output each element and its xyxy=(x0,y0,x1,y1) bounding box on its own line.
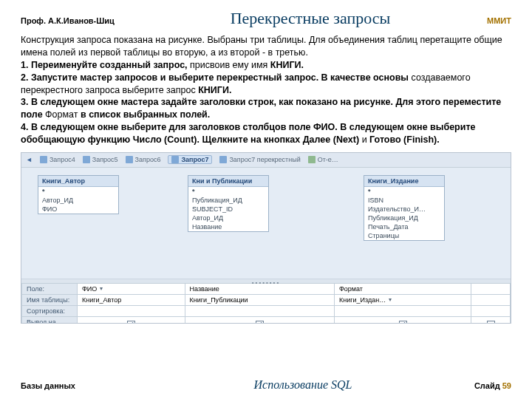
grid-row-table: Имя таблицы: xyxy=(22,294,78,305)
footer-center: Использование SQL xyxy=(154,378,452,392)
tab-query7-cross[interactable]: Запрос7 перекрестный xyxy=(219,156,300,163)
query-icon xyxy=(40,156,47,163)
grid-cell[interactable]: Книги_Автор xyxy=(78,294,185,305)
grid-cell[interactable]: Книги_Публикации xyxy=(185,294,334,305)
tab-report[interactable]: От-е… xyxy=(308,156,338,163)
query-icon xyxy=(126,156,133,163)
query-icon xyxy=(171,156,179,163)
table-title: Книги_Автор xyxy=(38,176,118,187)
tab-query4[interactable]: Запрос4 xyxy=(40,156,75,163)
tab-query7[interactable]: Запрос7 xyxy=(168,155,212,164)
grid-cell[interactable]: Книги_Издан…▾ xyxy=(335,294,471,305)
query-design-canvas[interactable]: Книги_Автор * Автор_ИД ФИО Кни и Публика… xyxy=(21,168,511,279)
grid-cell[interactable]: Формат xyxy=(335,283,471,294)
tab-query6[interactable]: Запрос6 xyxy=(126,156,161,163)
report-icon xyxy=(308,156,316,163)
checkbox-show[interactable] xyxy=(399,321,407,324)
scroll-left-icon[interactable]: ◄ xyxy=(26,156,33,163)
footer-left: Базы данных xyxy=(21,381,154,390)
grid-row-field: Поле: xyxy=(22,283,78,294)
grid-cell[interactable] xyxy=(335,305,471,316)
table-books-pub[interactable]: Кни и Публикации * Публикация_ИД SUBJECT… xyxy=(188,175,269,232)
instructions: Конструкция запроса показана на рисунке.… xyxy=(21,34,511,146)
chevron-down-icon[interactable]: ▾ xyxy=(100,285,103,292)
screenshot-embed: ◄ Запрос4 Запрос5 Запрос6 Запрос7 Запрос… xyxy=(21,152,511,324)
table-books-author[interactable]: Книги_Автор * Автор_ИД ФИО xyxy=(38,175,119,214)
page-title: Перекрестные запросы xyxy=(154,9,467,28)
grid-cell[interactable] xyxy=(78,316,185,324)
table-books-edition[interactable]: Книги_Издание * ISBN Издательство_И… Пуб… xyxy=(364,175,445,241)
grid-cell[interactable]: ФИО▾ xyxy=(78,283,185,294)
grid-row-show: Вывод на экран: xyxy=(22,316,78,324)
table-title: Книги_Издание xyxy=(364,176,444,187)
grid-cell[interactable] xyxy=(471,294,511,305)
grid-cell[interactable] xyxy=(185,305,334,316)
grid-cell[interactable] xyxy=(471,305,511,316)
grid-cell[interactable] xyxy=(185,316,334,324)
footer-right: Слайд 59 xyxy=(452,381,511,390)
header-right: ММИТ xyxy=(467,16,511,25)
grid-cell[interactable] xyxy=(471,316,511,324)
grid-cell[interactable] xyxy=(471,283,511,294)
query-icon xyxy=(219,156,227,163)
grid-row-sort: Сортировка: xyxy=(22,305,78,316)
chevron-down-icon[interactable]: ▾ xyxy=(389,296,392,303)
checkbox-show[interactable] xyxy=(256,321,264,324)
table-title: Кни и Публикации xyxy=(188,176,268,187)
grid-cell[interactable] xyxy=(78,305,185,316)
checkbox-show[interactable] xyxy=(487,321,495,324)
query-grid[interactable]: Поле: ФИО▾ Название Формат Имя таблицы: … xyxy=(21,283,511,324)
tab-query5[interactable]: Запрос5 xyxy=(83,156,118,163)
checkbox-show[interactable] xyxy=(127,321,135,324)
grid-cell[interactable] xyxy=(335,316,471,324)
query-icon xyxy=(83,156,90,163)
query-tab-bar: ◄ Запрос4 Запрос5 Запрос6 Запрос7 Запрос… xyxy=(21,153,511,168)
author: Проф. А.К.Иванов-Шиц xyxy=(21,16,154,25)
